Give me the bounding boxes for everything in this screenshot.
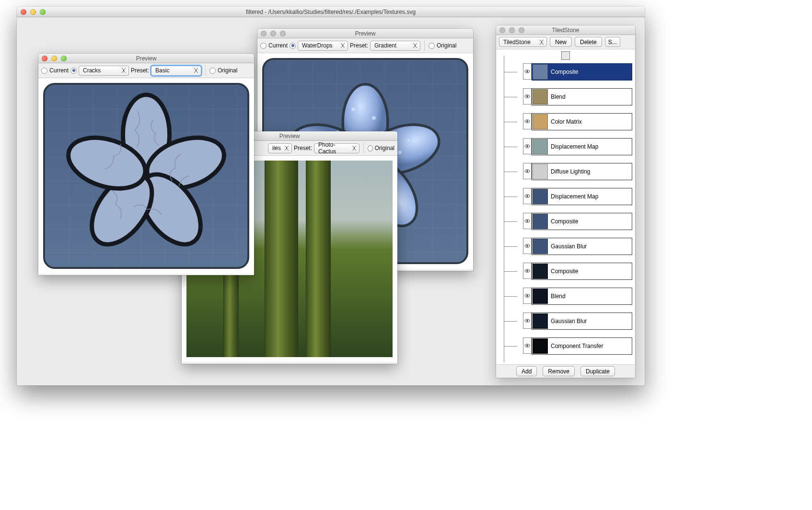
visibility-toggle[interactable] [523,288,532,304]
visibility-toggle[interactable] [523,63,532,80]
visibility-toggle[interactable] [523,113,532,129]
original-radio[interactable] [368,145,373,151]
filter-node[interactable]: Diffuse Lighting [499,163,632,180]
svg-point-23 [526,70,528,72]
preview-titlebar[interactable]: Preview [257,29,473,38]
node-body[interactable]: Composite [532,63,632,81]
filter-node[interactable]: Displacement Map [499,138,632,155]
node-body[interactable]: Blend [532,288,632,305]
visibility-toggle[interactable] [523,88,532,104]
svg-point-41 [526,295,528,296]
filter-name-dropdown[interactable]: TiledStone [499,37,547,47]
node-thumbnail-icon [533,239,548,254]
delete-button[interactable]: Delete [575,37,602,47]
original-radio[interactable] [209,68,216,74]
remove-button[interactable]: Remove [543,366,575,376]
preview-window-cracks[interactable]: Preview Current Cracks Preset: Basic Ori… [38,54,254,275]
node-thumbnail-icon [533,214,548,229]
node-thumbnail-icon [533,189,548,204]
divider [363,143,364,153]
node-connector [499,163,523,180]
divider [205,65,206,76]
visibility-toggle[interactable] [523,313,532,329]
node-label: Displacement Map [551,143,598,150]
flower-graphic [43,83,249,269]
node-thumbnail-icon [533,264,548,279]
node-body[interactable]: Gaussian Blur [532,313,632,330]
tree-root [499,51,632,61]
root-node-icon[interactable] [561,51,570,60]
current-radio[interactable] [41,68,47,74]
svg-point-5 [351,107,355,111]
current-label: Current [268,42,288,49]
new-button[interactable]: New [550,37,572,47]
filter-dropdown[interactable]: WaterDrops [298,41,348,51]
filter-node[interactable]: Composite [499,263,632,280]
node-connector [499,113,523,130]
svg-point-37 [526,245,528,246]
filter-node[interactable]: Blend [499,88,632,105]
filter-node[interactable]: Displacement Map [499,188,632,205]
filter-node[interactable]: Gaussian Blur [499,313,632,330]
filter-dropdown[interactable]: Cracks [79,66,129,76]
visibility-toggle[interactable] [523,238,532,254]
node-label: Composite [551,69,578,75]
preset-dropdown[interactable]: Basic [151,66,201,76]
node-connector [499,188,523,205]
main-titlebar[interactable]: filtered - /Users/kkallio/Studies/filter… [17,7,645,17]
filter-node[interactable]: Composite [499,213,632,230]
visibility-toggle[interactable] [523,188,532,204]
node-connector [499,313,523,330]
visibility-toggle[interactable] [523,337,532,354]
node-body[interactable]: Component Transfer [532,337,632,355]
preview-titlebar[interactable]: Preview [38,54,254,63]
filter-node[interactable]: Blend [499,288,632,305]
node-body[interactable]: Displacement Map [532,188,632,205]
preview-canvas [38,78,254,274]
filter-radio[interactable] [70,68,77,74]
node-label: Displacement Map [551,193,598,200]
node-body[interactable]: Gaussian Blur [532,238,632,255]
node-thumbnail-icon [533,313,548,329]
panel-titlebar[interactable]: TiledStone [496,25,635,35]
minimize-icon[interactable] [30,9,36,15]
add-button[interactable]: Add [516,366,537,376]
filter-node[interactable]: Color Matrix [499,113,632,130]
filter-node[interactable]: Component Transfer [499,337,632,355]
node-body[interactable]: Composite [532,263,632,280]
duplicate-button[interactable]: Duplicate [580,366,615,376]
node-body[interactable]: Diffuse Lighting [532,163,632,180]
preset-label: Preset: [350,42,368,49]
node-connector [499,263,523,280]
preset-label: Preset: [294,145,312,151]
filter-radio[interactable] [290,43,296,49]
zoom-icon[interactable] [40,9,46,15]
node-label: Blend [551,93,566,100]
files-dropdown[interactable]: iles [268,143,292,153]
svg-point-33 [526,195,528,197]
filter-node[interactable]: Gaussian Blur [499,238,632,255]
visibility-toggle[interactable] [523,138,532,154]
node-body[interactable]: Composite [532,213,632,230]
preset-dropdown[interactable]: Gradient [370,41,420,51]
s-button[interactable]: S... [605,37,620,47]
current-radio[interactable] [260,43,267,49]
node-body[interactable]: Color Matrix [532,113,632,130]
visibility-toggle[interactable] [523,263,532,279]
filter-node[interactable]: Composite [499,63,632,81]
inspector-panel[interactable]: TiledStone TiledStone New Delete S... Co… [496,25,635,378]
node-label: Blend [551,293,566,300]
preset-dropdown[interactable]: Photo-Cactus [314,143,360,153]
node-body[interactable]: Blend [532,88,632,105]
main-title: filtered - /Users/kkallio/Studies/filter… [17,9,645,15]
node-thumbnail-icon [533,114,548,129]
node-body[interactable]: Displacement Map [532,138,632,155]
original-radio[interactable] [429,43,435,49]
visibility-toggle[interactable] [523,213,532,229]
visibility-toggle[interactable] [523,163,532,179]
svg-point-45 [526,345,528,346]
close-icon[interactable] [21,9,26,15]
node-connector [499,213,523,230]
panel-footer: Add Remove Duplicate [496,364,635,378]
original-label: Original [437,42,456,49]
